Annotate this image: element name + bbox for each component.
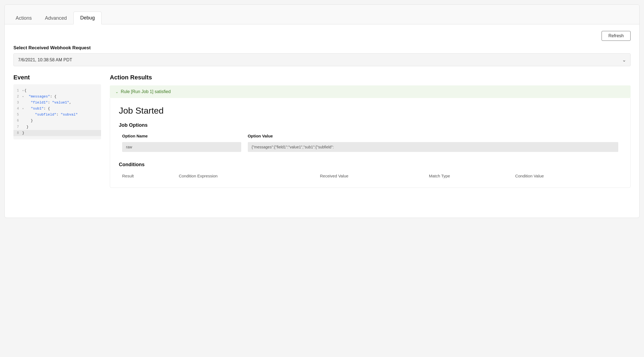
line-content-2: ▾ "messages": { [22, 94, 56, 100]
page-container: Actions Advanced Debug Refresh Select Re… [4, 4, 640, 218]
line-num-7: 7 [13, 124, 22, 130]
main-body: Event 1 ▾{ 2 ▾ "messages": { 3 "field1":… [13, 74, 631, 188]
chevron-down-icon-rule: ⌄ [115, 90, 119, 94]
line-num-2: 2 [13, 94, 22, 99]
results-title: Action Results [110, 74, 631, 81]
rule-banner: ⌄ Rule [Run Job 1] satisfied [110, 85, 631, 98]
tab-debug[interactable]: Debug [73, 11, 102, 24]
event-panel: Event 1 ▾{ 2 ▾ "messages": { 3 "field1":… [13, 74, 101, 139]
code-line-8: 8 } [13, 130, 101, 136]
col-header-condition-value: Condition Value [512, 172, 622, 180]
code-line-6: 6 } [13, 118, 101, 124]
option-value-cell: {"messages":{"field1":"value1","sub1":{"… [245, 141, 622, 153]
top-bar: Refresh [13, 31, 631, 41]
col-header-option-value: Option Value [245, 132, 622, 141]
line-content-1: ▾{ [22, 88, 27, 94]
tabs-bar: Actions Advanced Debug [5, 5, 639, 24]
webhook-section-label: Select Received Webhook Request [13, 45, 631, 51]
webhook-section: Select Received Webhook Request 7/6/2021… [13, 45, 631, 66]
code-line-5: 5 "subfield": "subval" [13, 112, 101, 118]
event-title: Event [13, 74, 101, 81]
option-name-value: raw [122, 142, 241, 152]
line-num-3: 3 [13, 100, 22, 105]
code-line-3: 3 "field1": "value1", [13, 100, 101, 106]
line-num-6: 6 [13, 118, 22, 123]
col-header-condition-expression: Condition Expression [176, 172, 317, 180]
conditions-table: Result Condition Expression Received Val… [119, 172, 622, 180]
line-content-4: ▾ "sub1": { [22, 106, 50, 112]
code-line-1: 1 ▾{ [13, 88, 101, 94]
conditions-title: Conditions [119, 162, 622, 168]
job-started-title: Job Started [119, 106, 622, 116]
code-block: 1 ▾{ 2 ▾ "messages": { 3 "field1": "valu… [13, 84, 101, 139]
webhook-select[interactable]: 7/6/2021, 10:38:58 AM PDT [13, 53, 631, 66]
col-header-match-type: Match Type [426, 172, 512, 180]
line-content-7: } [22, 124, 28, 130]
table-row: raw {"messages":{"field1":"value1","sub1… [119, 141, 622, 153]
line-content-3: "field1": "value1", [22, 100, 71, 106]
tab-actions[interactable]: Actions [9, 12, 38, 24]
content-area: Refresh Select Received Webhook Request … [5, 24, 639, 194]
line-num-5: 5 [13, 112, 22, 117]
line-content-5: "subfield": "subval" [22, 112, 78, 118]
option-value-value: {"messages":{"field1":"value1","sub1":{"… [248, 142, 618, 152]
line-num-1: 1 [13, 88, 22, 93]
job-options-title: Job Options [119, 122, 622, 128]
code-line-4: 4 ▾ "sub1": { [13, 106, 101, 112]
code-line-7: 7 } [13, 124, 101, 130]
col-header-result: Result [119, 172, 176, 180]
job-options-table: Option Name Option Value raw {"messages"… [119, 132, 622, 153]
line-content-8: } [22, 130, 24, 136]
col-header-option-name: Option Name [119, 132, 245, 141]
line-content-6: } [22, 118, 33, 124]
results-card: Job Started Job Options Option Name Opti… [110, 98, 631, 188]
results-panel: Action Results ⌄ Rule [Run Job 1] satisf… [110, 74, 631, 188]
refresh-button[interactable]: Refresh [602, 31, 631, 41]
rule-banner-text: Rule [Run Job 1] satisfied [121, 89, 171, 94]
code-line-2: 2 ▾ "messages": { [13, 94, 101, 100]
option-name-cell: raw [119, 141, 245, 153]
line-num-8: 8 [13, 130, 22, 136]
col-header-received-value: Received Value [317, 172, 426, 180]
webhook-select-wrapper: 7/6/2021, 10:38:58 AM PDT ⌄ [13, 53, 631, 66]
tab-advanced[interactable]: Advanced [38, 12, 73, 24]
line-num-4: 4 [13, 106, 22, 111]
